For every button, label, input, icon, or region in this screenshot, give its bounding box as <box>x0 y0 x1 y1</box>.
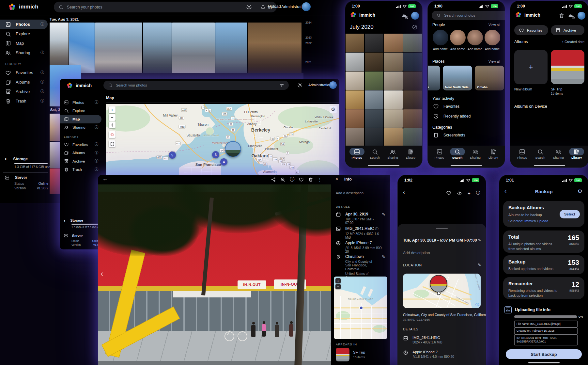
sidebar-item-archive[interactable]: Archiveⓘ <box>60 157 101 166</box>
map-cluster-marker[interactable]: 3 <box>212 151 219 158</box>
drag-handle[interactable] <box>436 228 448 229</box>
favorite-icon[interactable] <box>446 190 451 196</box>
photo-row[interactable] <box>50 23 302 73</box>
file-info-icon[interactable]: ⓘ <box>375 227 378 230</box>
photo-thumbnail[interactable] <box>346 34 364 52</box>
place-card[interactable]: Omaha <box>475 66 504 90</box>
share-icon[interactable] <box>271 177 276 182</box>
map-compass-button[interactable] <box>109 121 116 128</box>
upload-button[interactable]: Upload <box>260 4 281 9</box>
edit-location-icon[interactable]: ✎ <box>382 254 385 279</box>
add-name-label[interactable]: Add name <box>484 47 501 51</box>
sidebar-item-favorites[interactable]: Favoritesⓘ <box>0 68 48 77</box>
photo-thumbnail[interactable] <box>384 34 403 52</box>
photo-thumbnail[interactable] <box>384 128 403 147</box>
map-photo-marker[interactable] <box>430 275 447 293</box>
map-photo-marker[interactable] <box>225 141 241 157</box>
map-cluster-marker[interactable]: 4 <box>220 158 227 166</box>
sidebar-item-albums[interactable]: Albumsⓘ <box>0 77 48 87</box>
description-input[interactable]: Add description... <box>403 251 433 255</box>
screenshots-row[interactable]: Screenshots <box>433 132 465 138</box>
backup-cloud-icon[interactable] <box>401 13 407 19</box>
location-map[interactable]: FISHERMAN'S WHARF + − <box>334 277 387 339</box>
person-item[interactable]: Add name <box>466 30 484 51</box>
search-input[interactable]: Search your photos <box>54 2 277 12</box>
sidebar-item-sharing[interactable]: Sharingⓘ <box>60 123 101 132</box>
sidebar-item-sharing[interactable]: Sharingⓘ <box>0 48 48 57</box>
info-icon[interactable]: ⓘ <box>40 70 44 75</box>
info-icon[interactable]: ⓘ <box>40 79 44 85</box>
tab-sharing[interactable]: Sharing <box>551 148 566 159</box>
info-icon[interactable]: ⓘ <box>40 50 44 56</box>
person-item[interactable]: Add name <box>484 30 501 51</box>
tab-search[interactable]: Search <box>533 148 548 159</box>
location-map[interactable]: San Francisco Ferry Building The Embarca… <box>403 274 481 308</box>
sidebar-item-archive[interactable]: Archiveⓘ <box>0 87 48 96</box>
start-backup-button[interactable]: Start Backup <box>506 349 582 359</box>
photo-thumbnail[interactable] <box>403 109 422 128</box>
sort-button[interactable]: ↑ Created date <box>562 40 584 44</box>
photo-grid[interactable] <box>346 34 422 147</box>
add-name-label[interactable]: Add name <box>466 47 484 51</box>
photo-thumbnail[interactable] <box>346 109 364 128</box>
edit-date-icon[interactable]: ✎ <box>478 238 481 243</box>
photo-thumbnail[interactable] <box>365 53 383 71</box>
delete-icon[interactable] <box>308 177 313 182</box>
person-item[interactable]: Add name <box>432 30 449 51</box>
map-zoom-out-button[interactable]: − <box>109 114 116 121</box>
select-button[interactable]: Select <box>560 210 580 218</box>
archive-button[interactable]: Archive <box>551 25 584 35</box>
photo-thumbnail[interactable] <box>384 109 403 128</box>
timeline-year[interactable]: 2024 <box>305 21 312 24</box>
photo-thumbnail[interactable] <box>365 90 383 109</box>
info-icon[interactable]: ⓘ <box>40 89 44 94</box>
info-icon[interactable]: ⓘ <box>95 125 99 130</box>
select-all-icon[interactable] <box>412 24 418 30</box>
info-icon[interactable]: ⓘ <box>40 98 44 104</box>
photo-thumbnail[interactable] <box>384 71 403 90</box>
search-input[interactable]: Search your photos <box>103 81 289 90</box>
photo-thumbnail[interactable] <box>365 109 383 128</box>
favorites-button[interactable]: Favorites <box>514 25 548 35</box>
tab-search[interactable]: Search <box>367 148 382 159</box>
tab-sharing[interactable]: Sharing <box>468 148 483 159</box>
place-card[interactable]: Near North Side <box>443 66 472 90</box>
photo-thumbnail[interactable] <box>403 128 422 147</box>
avatar[interactable] <box>329 81 337 89</box>
sidebar-item-favorites[interactable]: Favoritesⓘ <box>60 140 101 149</box>
sidebar-item-trash[interactable]: Trashⓘ <box>60 166 101 174</box>
album-card-sf-trip[interactable] <box>551 50 584 84</box>
view-all-link[interactable]: View all <box>488 59 500 63</box>
description-input[interactable]: Add a description <box>336 191 364 195</box>
photo-thumbnail[interactable] <box>346 53 364 71</box>
sidebar-item-photos[interactable]: Photosⓘ <box>60 98 101 107</box>
photo-thumbnail[interactable] <box>384 90 403 109</box>
person-item[interactable]: Add name <box>449 30 466 51</box>
map-settings-icon[interactable]: ⚙ <box>330 106 337 113</box>
photo-thumbnail[interactable] <box>172 23 215 73</box>
recently-added-row[interactable]: Recently added <box>433 113 471 119</box>
tab-sharing[interactable]: Sharing <box>385 148 400 159</box>
tab-photos[interactable]: Photos <box>432 148 447 159</box>
settings-gear-icon[interactable]: ⚙ <box>578 188 582 194</box>
photo-in-n-out[interactable]: IN-N-OUT IN-N-OUT ‹ <box>98 184 331 365</box>
photo-thumbnail[interactable] <box>346 128 364 147</box>
edit-date-icon[interactable]: ✎ <box>382 212 385 225</box>
photo-thumbnail[interactable] <box>365 34 383 52</box>
tab-photos[interactable]: Photos <box>349 148 364 159</box>
tab-search[interactable]: Search <box>450 148 465 159</box>
info-icon[interactable]: ⓘ <box>290 177 294 182</box>
add-name-label[interactable]: Add name <box>432 47 449 51</box>
tab-photos[interactable]: Photos <box>515 148 530 159</box>
map-fullscreen-button[interactable] <box>109 140 116 147</box>
photo-thumbnail[interactable] <box>403 53 422 71</box>
backup-cloud-icon[interactable] <box>568 13 574 19</box>
add-icon[interactable]: + <box>468 190 471 196</box>
new-album-card[interactable]: + <box>514 50 548 84</box>
info-icon[interactable]: ⓘ <box>95 142 99 147</box>
sidebar-item-trash[interactable]: Trashⓘ <box>0 96 48 106</box>
previous-photo-icon[interactable]: ‹ <box>101 269 103 279</box>
search-input[interactable]: Search your photos <box>432 11 505 20</box>
sidebar-item-map[interactable]: Map <box>60 115 101 123</box>
photo-thumbnail[interactable] <box>248 23 302 73</box>
